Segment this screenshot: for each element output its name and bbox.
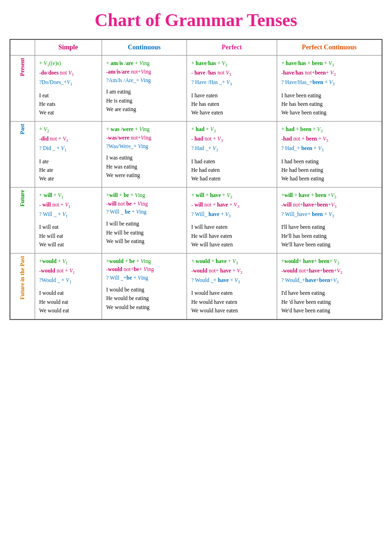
row-label-past: Past — [10, 121, 35, 187]
cell-continuous: +would + be + Ving-would not+be+ Ving? W… — [102, 253, 187, 319]
header-perfect: Perfect — [187, 39, 277, 56]
table-row: Past+ V2-did not + V1? Did _ + V1I ateHe… — [10, 121, 382, 187]
cell-perfect: + had + V3- had not + V3? Had _+ V3I had… — [187, 121, 277, 187]
cell-simple: + V2-did not + V1? Did _ + V1I ateHe ate… — [35, 121, 102, 187]
cell-perfect: + have/has + V3- have /has not V3? Have … — [187, 56, 277, 122]
cell-simple: +would + V1-would not + V1?Would _ + V1I… — [35, 253, 102, 319]
page-title: Chart of Grammar Tenses — [9, 9, 383, 30]
cell-continuous: +will + be + Ving-will not be + Ving? Wi… — [102, 187, 187, 253]
table-row: Future+ will + V1- will not + V1? Will _… — [10, 187, 382, 253]
row-label-present: Present — [10, 56, 35, 122]
table-row: Present+ V1((e)s)-do/does not V1?Do/Does… — [10, 56, 382, 122]
cell-perfect-continuous: + have/has + been + V3-have/has not+been… — [277, 56, 382, 122]
row-label-future: Future — [10, 187, 35, 253]
grammar-table: Simple Continuous Perfect Perfect Contin… — [9, 39, 383, 320]
cell-simple: + V1((e)s)-do/does not V1?Do/Does_+V1I e… — [35, 56, 102, 122]
cell-perfect-continuous: +will + have + been +V3-will not+have+be… — [277, 187, 382, 253]
header-perfect-continuous: Perfect Continuous — [277, 39, 382, 56]
cell-perfect: + would + have + V3-would not+ have + V3… — [187, 253, 277, 319]
row-label-future-in-the-past: Future in the Past — [10, 253, 35, 319]
table-row: Future in the Past+would + V1-would not … — [10, 253, 382, 319]
cell-perfect: + will + have + V3- will not + have + V3… — [187, 187, 277, 253]
cell-simple: + will + V1- will not + V1? Will _ + V1I… — [35, 187, 102, 253]
cell-continuous: + am/is /are + Ving-am/is/are not+Ving?A… — [102, 56, 187, 122]
cell-perfect-continuous: + had + been + V3-had not + been + V3? H… — [277, 121, 382, 187]
header-simple: Simple — [35, 39, 102, 56]
cell-continuous: + was /were + Ving-was/were not+Ving?Was… — [102, 121, 187, 187]
cell-perfect-continuous: +would+ have+ been+ V3-would not+have+be… — [277, 253, 382, 319]
header-empty — [10, 39, 35, 56]
header-continuous: Continuous — [102, 39, 187, 56]
